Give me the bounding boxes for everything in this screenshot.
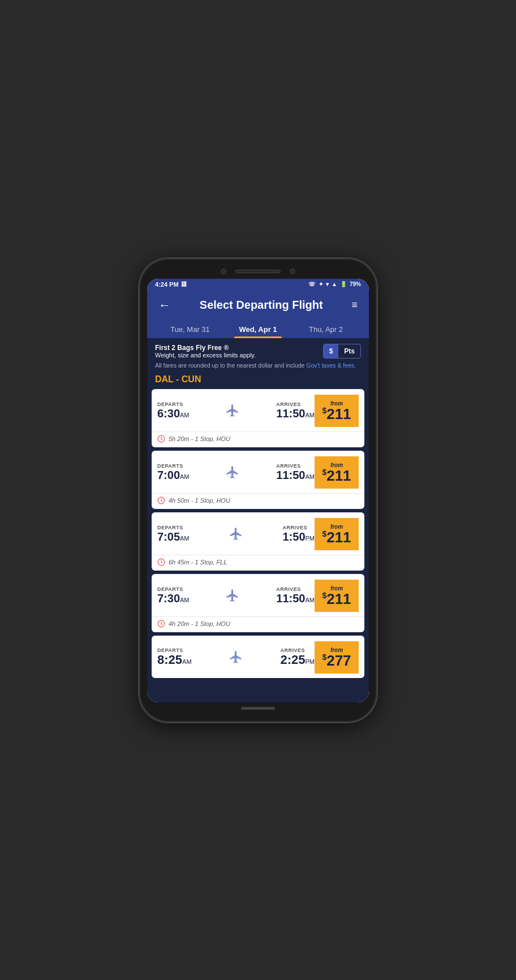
flights-list: DEPARTS 6:30AM ARRI (147, 389, 369, 683)
flight-duration-3: 4h 20m - 1 Stop, HOU (169, 620, 230, 627)
wifi-icon: ▾ (326, 281, 329, 287)
promo-subtitle: Weight, size and excess limits apply. (155, 352, 317, 359)
arrives-label-3: ARRIVES (276, 586, 315, 592)
clock-icon-2 (157, 558, 165, 566)
flight-detail-0: 5h 20m - 1 Stop, HOU (152, 431, 364, 447)
flight-price-0: from $211 (315, 395, 359, 427)
flight-price-4: from $277 (315, 641, 359, 674)
flight-duration-0: 5h 20m - 1 Stop, HOU (169, 435, 230, 442)
departs-label-2: DEPARTS (157, 525, 190, 530)
main-content: First 2 Bags Fly Free ® Weight, size and… (147, 338, 369, 702)
battery-icon: 🔋 (340, 281, 347, 287)
plane-icon-3 (190, 588, 277, 603)
fare-note: All fares are rounded up to the nearest … (147, 362, 369, 371)
arrives-label-2: ARRIVES (282, 525, 315, 530)
flight-card-3[interactable]: DEPARTS 7:30AM ARRI (152, 574, 364, 632)
promo-title: First 2 Bags Fly Free ® (155, 344, 317, 352)
plane-svg-4 (229, 650, 243, 664)
status-icon-photo: 🖼 (181, 281, 187, 287)
pts-button[interactable]: Pts (338, 344, 360, 358)
price-value-4: $277 (322, 653, 351, 668)
flight-times-2: DEPARTS 7:05AM ARRI (157, 525, 315, 543)
departs-label-3: DEPARTS (157, 586, 190, 592)
price-value-0: $211 (322, 407, 351, 421)
arrives-time-2: 1:50PM (282, 530, 315, 543)
price-value-2: $211 (322, 530, 351, 545)
back-button[interactable]: ← (156, 296, 173, 315)
status-bar: 4:24 PM 🖼 ☏ ✦ ▾ ▲ 🔋 79% (147, 279, 369, 290)
accessibility-icon: ☏ (308, 281, 316, 287)
flight-card-0[interactable]: DEPARTS 6:30AM ARRI (152, 389, 364, 447)
status-time: 4:24 PM 🖼 (155, 281, 187, 288)
flight-duration-2: 6h 45m - 1 Stop, FLL (169, 559, 227, 565)
front-camera (221, 269, 226, 274)
plane-icon-2 (190, 526, 283, 541)
flight-arrives-1: ARRIVES 11:50AM (276, 463, 315, 481)
status-icons: ☏ ✦ ▾ ▲ 🔋 79% (308, 281, 361, 287)
fare-note-link[interactable]: Gov't taxes & fees. (306, 362, 356, 369)
flight-detail-3: 4h 20m - 1 Stop, HOU (152, 616, 364, 632)
currency-toggle[interactable]: $ Pts (323, 344, 361, 359)
flight-price-2: from $211 (315, 518, 359, 550)
flight-main-1: DEPARTS 7:00AM ARRI (152, 451, 364, 493)
flight-price-1: from $211 (315, 456, 359, 489)
plane-svg-2 (229, 526, 243, 541)
plane-svg-3 (225, 588, 240, 603)
flight-card-4[interactable]: DEPARTS 8:25AM ARRI (152, 636, 364, 678)
tab-wed-apr1[interactable]: Wed, Apr 1 (224, 321, 292, 338)
tab-thu-apr2[interactable]: Thu, Apr 2 (292, 321, 360, 338)
departs-time-4: 8:25AM (157, 653, 192, 667)
plane-icon-0 (190, 403, 277, 418)
price-value-1: $211 (322, 468, 351, 483)
flight-main-2: DEPARTS 7:05AM ARRI (152, 512, 364, 555)
plane-svg-0 (225, 403, 240, 418)
flight-times-3: DEPARTS 7:30AM ARRI (157, 586, 315, 605)
flight-departs-4: DEPARTS 8:25AM (157, 647, 192, 667)
departs-time-3: 7:30AM (157, 592, 190, 605)
flight-detail-2: 6h 45m - 1 Stop, FLL (152, 555, 364, 571)
app-header: ← Select Departing Flight ≡ Tue, Mar 31 … (147, 290, 369, 338)
header-top: ← Select Departing Flight ≡ (156, 296, 360, 321)
departs-label-0: DEPARTS (157, 402, 190, 407)
route-label: DAL - CUN (147, 371, 369, 389)
flight-arrives-0: ARRIVES 11:50AM (276, 402, 315, 420)
signal-icon: ▲ (332, 281, 337, 287)
flight-times-0: DEPARTS 6:30AM ARRI (157, 402, 315, 420)
arrives-time-3: 11:50AM (276, 592, 315, 605)
clock-icon-0 (157, 435, 165, 443)
flight-duration-1: 4h 50m - 1 Stop, HOU (169, 497, 230, 504)
flight-arrives-3: ARRIVES 11:50AM (276, 586, 315, 605)
tab-tue-mar31[interactable]: Tue, Mar 31 (156, 321, 224, 338)
flight-card-2[interactable]: DEPARTS 7:05AM ARRI (152, 512, 364, 571)
arrives-label-0: ARRIVES (276, 402, 315, 407)
departs-time-0: 6:30AM (157, 407, 190, 420)
flight-times-4: DEPARTS 8:25AM ARRI (157, 647, 315, 667)
promo-bar: First 2 Bags Fly Free ® Weight, size and… (147, 338, 369, 362)
flight-departs-1: DEPARTS 7:00AM (157, 463, 190, 481)
phone-top-bar (147, 269, 369, 274)
plane-svg-1 (225, 465, 240, 480)
plane-icon-1 (190, 465, 277, 480)
speaker (235, 270, 281, 273)
flight-departs-3: DEPARTS 7:30AM (157, 586, 190, 605)
phone-screen: 4:24 PM 🖼 ☏ ✦ ▾ ▲ 🔋 79% ← Select Departi… (147, 279, 369, 702)
time-display: 4:24 PM (155, 281, 179, 288)
flight-departs-0: DEPARTS 6:30AM (157, 402, 190, 420)
price-value-3: $211 (322, 592, 351, 606)
phone-frame: 4:24 PM 🖼 ☏ ✦ ▾ ▲ 🔋 79% ← Select Departi… (139, 258, 377, 722)
flight-arrives-2: ARRIVES 1:50PM (282, 525, 315, 543)
departs-time-2: 7:05AM (157, 530, 190, 543)
battery-percent: 79% (350, 281, 361, 287)
filter-button[interactable]: ≡ (349, 297, 360, 313)
promo-text: First 2 Bags Fly Free ® Weight, size and… (155, 344, 317, 359)
bluetooth-icon: ✦ (319, 281, 323, 287)
departs-time-1: 7:00AM (157, 469, 190, 481)
front-camera-2 (290, 269, 295, 274)
dollar-button[interactable]: $ (324, 344, 339, 358)
flight-card-1[interactable]: DEPARTS 7:00AM ARRI (152, 451, 364, 509)
flight-main-3: DEPARTS 7:30AM ARRI (152, 574, 364, 616)
departs-label-1: DEPARTS (157, 463, 190, 469)
arrives-time-4: 2:25PM (280, 653, 315, 667)
home-bar[interactable] (241, 707, 275, 710)
clock-icon-3 (157, 620, 165, 628)
